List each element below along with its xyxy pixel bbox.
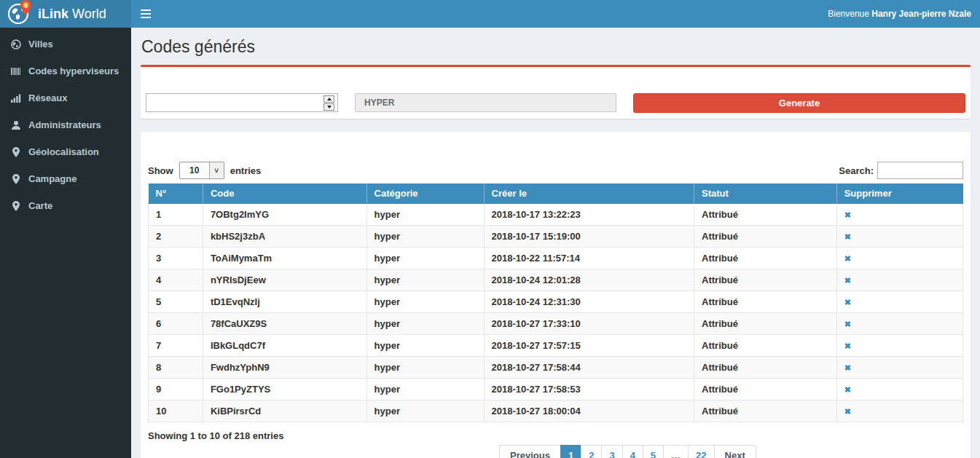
- header-numero: N°: [149, 183, 203, 204]
- sidebar-item-villes[interactable]: Villes: [0, 31, 131, 58]
- cell-supprimer: [836, 379, 963, 400]
- table-row: 4 nYRIsDjEew hyper 2018-10-24 12:01:28 A…: [149, 269, 963, 291]
- table-row: 3 ToAiMymaTm hyper 2018-10-22 11:57:14 A…: [149, 248, 963, 269]
- price-pin-icon: $: [20, 0, 31, 15]
- delete-icon[interactable]: [844, 298, 851, 307]
- page-button[interactable]: 1: [560, 445, 581, 458]
- cell-supprimer: [836, 269, 963, 291]
- globe-icon: [11, 39, 21, 50]
- sidebar-item-label: Codes hyperviseurs: [28, 66, 119, 76]
- codes-table-panel: Show 10 ˅ entries Search:: [141, 132, 971, 458]
- header-creer-le: Créer le: [484, 183, 694, 204]
- quantity-stepper: [324, 95, 334, 111]
- cell-numero: 1: [149, 204, 203, 226]
- table-row: 6 78fCaUXZ9S hyper 2018-10-27 17:33:10 A…: [149, 313, 963, 335]
- cell-statut: Attribué: [694, 291, 837, 313]
- cell-numero: 6: [149, 313, 203, 335]
- quantity-input[interactable]: [146, 94, 324, 111]
- delete-icon[interactable]: [844, 232, 851, 241]
- page-button[interactable]: 5: [643, 445, 664, 458]
- cell-numero: 4: [149, 269, 203, 291]
- barcode-icon: [11, 66, 21, 76]
- generate-button[interactable]: Generate: [633, 93, 965, 113]
- cell-numero: 3: [149, 248, 203, 269]
- sidebar-item-label: Campagne: [28, 173, 77, 184]
- cell-numero: 10: [149, 400, 203, 422]
- page-button[interactable]: 2: [581, 445, 602, 458]
- globe-pin-logo-icon: $: [7, 1, 32, 26]
- delete-icon[interactable]: [844, 276, 851, 285]
- page-button: …: [663, 445, 689, 458]
- cell-creer-le: 2018-10-27 18:00:04: [484, 400, 694, 422]
- welcome-message: Bienvenue Hanry Jean-pierre Nzale: [828, 9, 980, 19]
- delete-icon[interactable]: [844, 210, 851, 219]
- signal-bars-icon: [11, 93, 21, 103]
- cell-statut: Attribué: [694, 335, 837, 357]
- search-input[interactable]: [877, 162, 963, 179]
- cell-code: ToAiMymaTm: [203, 248, 366, 269]
- cell-code: tD1EvqNzIj: [203, 291, 366, 313]
- sidebar-item-label: Villes: [28, 39, 53, 50]
- sidebar-item-label: Réseaux: [28, 92, 67, 103]
- user-name: Hanry Jean-pierre Nzale: [871, 9, 971, 19]
- page-button[interactable]: Previous: [499, 445, 561, 458]
- stepper-down-icon[interactable]: [324, 103, 334, 111]
- cell-categorie: hyper: [366, 335, 484, 357]
- cell-code: 7OBtg2ImYG: [203, 204, 366, 226]
- cell-categorie: hyper: [366, 400, 484, 422]
- cell-categorie: hyper: [366, 226, 484, 248]
- header-code: Code: [203, 183, 366, 204]
- sidebar-item-geolocalisation[interactable]: Géolocalisation: [0, 138, 131, 165]
- map-marker-icon: [11, 174, 21, 184]
- delete-icon[interactable]: [844, 320, 851, 328]
- stepper-up-icon[interactable]: [324, 95, 334, 103]
- table-row: 1 7OBtg2ImYG hyper 2018-10-17 13:22:23 A…: [149, 204, 963, 226]
- sidebar-item-label: Géolocalisation: [28, 146, 99, 157]
- page-title: Codes générés: [141, 28, 971, 65]
- sidebar-item-label: Administrateurs: [28, 119, 101, 130]
- cell-supprimer: [836, 204, 963, 226]
- cell-supprimer: [836, 226, 963, 248]
- sidebar-item-administrateurs[interactable]: Administrateurs: [0, 111, 131, 138]
- sidebar-item-reseaux[interactable]: Réseaux: [0, 84, 131, 111]
- sidebar-item-codes-hyperviseurs[interactable]: Codes hyperviseurs: [0, 58, 131, 84]
- sidebar-item-campagne[interactable]: Campagne: [0, 165, 131, 192]
- table-header-row: N° Code Catégorie Créer le Statut Suppri…: [149, 183, 963, 204]
- delete-icon[interactable]: [844, 341, 851, 350]
- search-label: Search:: [839, 165, 874, 176]
- page-button[interactable]: 22: [688, 445, 714, 458]
- cell-code: KiBPirsrCd: [203, 400, 366, 422]
- table-body: 1 7OBtg2ImYG hyper 2018-10-17 13:22:23 A…: [149, 204, 963, 422]
- header-categorie: Catégorie: [366, 183, 484, 204]
- brand-logo[interactable]: $ iLink World: [0, 0, 131, 28]
- cell-supprimer: [836, 400, 963, 422]
- main-content: Codes générés Generate: [131, 28, 980, 458]
- sidebar-item-label: Carte: [28, 200, 52, 211]
- delete-icon[interactable]: [844, 254, 851, 263]
- page-button[interactable]: 3: [601, 445, 622, 458]
- table-row: 2 kbHS2j3zbA hyper 2018-10-17 15:19:00 A…: [149, 226, 963, 248]
- delete-icon[interactable]: [844, 407, 851, 416]
- page-button[interactable]: 4: [622, 445, 643, 458]
- delete-icon[interactable]: [844, 363, 851, 372]
- svg-text:$: $: [24, 2, 28, 9]
- delete-icon[interactable]: [844, 385, 851, 394]
- cell-categorie: hyper: [366, 204, 484, 226]
- map-marker-icon: [11, 147, 21, 157]
- cell-supprimer: [836, 357, 963, 379]
- cell-code: 78fCaUXZ9S: [203, 313, 366, 335]
- cell-code: kbHS2j3zbA: [203, 226, 366, 248]
- brand-name: iLink World: [38, 7, 106, 22]
- user-icon: [11, 120, 21, 130]
- page-length-select[interactable]: 10 ˅: [179, 162, 224, 179]
- table-row: 10 KiBPirsrCd hyper 2018-10-27 18:00:04 …: [149, 400, 963, 422]
- pagination: Previous 1 2 3 4 5 …: [500, 445, 756, 458]
- sidebar-item-carte[interactable]: Carte: [0, 192, 131, 219]
- page-button[interactable]: Next: [714, 445, 756, 458]
- cell-creer-le: 2018-10-22 11:57:14: [484, 248, 694, 269]
- cell-statut: Attribué: [694, 269, 837, 291]
- cell-numero: 8: [149, 357, 203, 379]
- cell-statut: Attribué: [694, 248, 837, 269]
- cell-code: nYRIsDjEew: [203, 269, 366, 291]
- sidebar-toggle-icon[interactable]: [131, 0, 160, 28]
